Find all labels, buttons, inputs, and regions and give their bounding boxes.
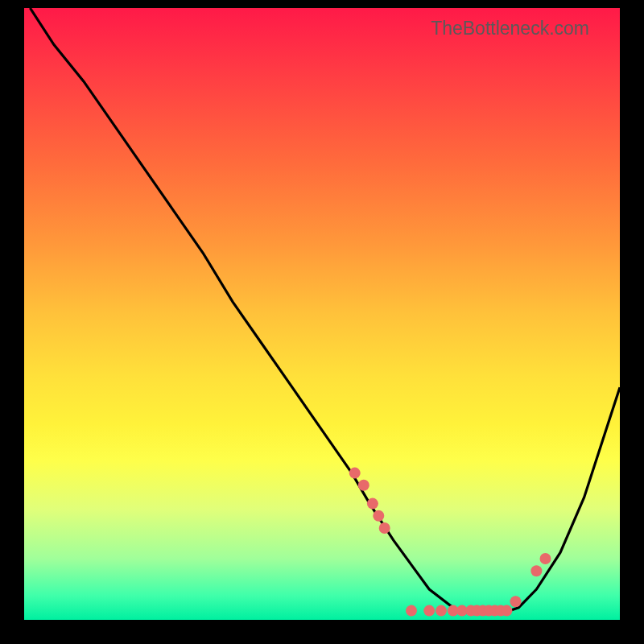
data-marker (540, 553, 551, 564)
data-marker (349, 468, 361, 479)
plot-area: TheBottleneck.com (24, 8, 620, 620)
data-marker (379, 522, 390, 534)
chart-container: TheBottleneck.com (0, 0, 644, 644)
data-marker (358, 480, 369, 491)
data-marker (510, 596, 522, 607)
watermark-text: TheBottleneck.com (431, 18, 589, 39)
data-marker (501, 605, 512, 617)
data-marker (406, 605, 417, 617)
data-markers (349, 468, 551, 617)
data-marker (436, 605, 447, 617)
data-marker (530, 565, 542, 576)
bottleneck-curve (30, 8, 620, 613)
chart-svg (24, 8, 620, 620)
data-marker (373, 510, 384, 522)
data-marker (367, 498, 378, 510)
data-marker (423, 605, 435, 617)
